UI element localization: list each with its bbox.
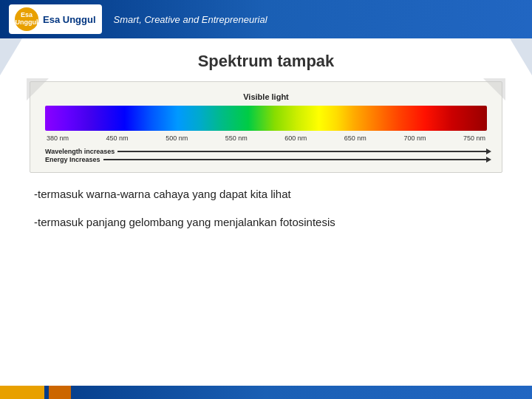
- body-text: -termasuk warna-warna cahaya yang dapat …: [30, 186, 502, 231]
- wavelength-label-500: 500 nm: [166, 134, 188, 142]
- paragraph-1: -termasuk warna-warna cahaya yang dapat …: [34, 186, 498, 202]
- header-tagline: Smart, Creative and Entrepreneurial: [114, 14, 267, 25]
- wavelength-label-380: 380 nm: [47, 134, 69, 142]
- spectrum-rainbow-bar: [45, 106, 487, 131]
- header: EsaUnggul Esa Unggul Smart, Creative and…: [0, 0, 532, 38]
- spectrum-diagram: Visible light 380 nm 450 nm 500 nm 550 n…: [30, 81, 502, 173]
- wavelength-label-550: 550 nm: [225, 134, 248, 142]
- footer-accent-orange: [0, 386, 44, 399]
- wavelength-label-450: 450 nm: [106, 134, 129, 142]
- paragraph-2: -termasuk panjang gelombang yang menjala…: [34, 214, 498, 231]
- energy-increases-label: Energy Increases: [45, 156, 100, 163]
- footer-accent-red: [49, 386, 71, 399]
- wavelength-label-750: 750 nm: [463, 134, 485, 142]
- left-triangle-decoration: [0, 38, 22, 75]
- main-content: Spektrum tampak Visible light 380 nm 450…: [0, 38, 532, 250]
- visible-light-label: Visible light: [45, 92, 487, 101]
- page-title: Spektrum tampak: [30, 52, 502, 71]
- wavelength-increases-label: Wavelength increases: [45, 148, 115, 155]
- right-triangle-decoration: [510, 38, 532, 75]
- logo-text: Esa Unggul: [43, 14, 96, 25]
- wavelength-arrow-shaft: [117, 151, 487, 152]
- wavelength-label-600: 600 nm: [284, 134, 307, 142]
- logo-icon: EsaUnggul: [15, 7, 38, 31]
- wavelength-labels-row: 380 nm 450 nm 500 nm 550 nm 600 nm 650 n…: [45, 134, 487, 142]
- energy-arrow-line: Energy Increases: [45, 156, 487, 163]
- wavelength-label-650: 650 nm: [344, 134, 366, 142]
- wavelength-label-700: 700 nm: [403, 134, 426, 142]
- energy-arrow-shaft: [103, 159, 487, 160]
- arrows-container: Wavelength increases Energy Increases: [45, 148, 487, 163]
- wavelength-arrow-line: Wavelength increases: [45, 148, 487, 155]
- logo-area: EsaUnggul Esa Unggul: [9, 4, 102, 34]
- footer: [0, 386, 532, 399]
